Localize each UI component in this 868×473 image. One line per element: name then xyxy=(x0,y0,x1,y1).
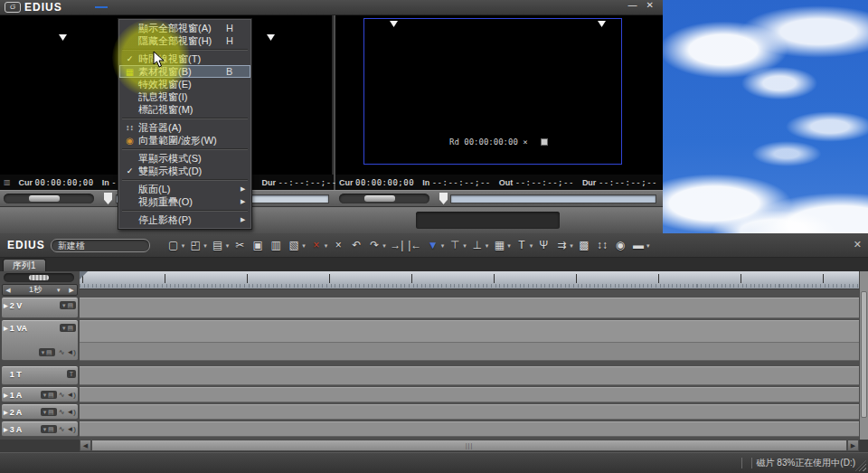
play-button[interactable] xyxy=(472,213,486,228)
more-chevron-icon[interactable] xyxy=(624,212,638,227)
dropdown-caret-icon[interactable]: ▾ xyxy=(325,239,328,253)
dropdown-caret-icon[interactable] xyxy=(38,212,52,227)
timeline-zoom-slider[interactable] xyxy=(4,273,74,282)
stop-button[interactable] xyxy=(420,213,435,228)
speaker-icon[interactable]: ◄) xyxy=(66,391,76,399)
dropdown-caret-icon[interactable]: ▾ xyxy=(203,239,207,253)
more-chevron-icon[interactable] xyxy=(4,212,18,227)
track-2V[interactable] xyxy=(80,298,859,318)
title-track-icon[interactable]: T xyxy=(67,370,76,378)
audio-mixer-icon[interactable]: ↕↕ ▾ xyxy=(595,237,609,253)
track-1A[interactable] xyxy=(80,387,859,402)
ripple-mode-icon[interactable]: ⊤ ▾ xyxy=(448,237,467,253)
play-step-button[interactable] xyxy=(489,213,504,228)
toolbar-close-button[interactable]: ✕ xyxy=(854,239,862,251)
menu-item-hide-all-windows[interactable]: 隱藏全部視窗(H) H ▶ xyxy=(119,34,250,47)
menu-item-marker-window[interactable]: 標記視窗(M) ▶ xyxy=(119,103,250,116)
menu-marker[interactable] xyxy=(120,6,133,8)
scroll-left-icon[interactable]: ◀ xyxy=(80,440,91,451)
scale-caret-icon[interactable]: ▾ xyxy=(57,287,66,294)
scale-right-icon[interactable]: ▶ xyxy=(66,287,77,294)
undo-icon[interactable]: ↶ ▾ xyxy=(349,237,363,253)
toggles-icon[interactable]: ▾ ▤ xyxy=(39,348,55,356)
insert-to-timeline-icon[interactable]: →| ▾ xyxy=(390,237,404,253)
track-3A[interactable] xyxy=(80,421,859,437)
title-icon[interactable]: T ▾ xyxy=(514,237,533,253)
menu-item-effect-window[interactable]: 特效視窗(E) ▶ xyxy=(119,78,250,90)
timeline-scale-selector[interactable]: ◀ 1秒 ▾ ▶ xyxy=(2,284,78,296)
menu-item-bin-window[interactable]: ▦ 素材視窗(B) B ▶ xyxy=(119,65,250,78)
dropdown-caret-icon[interactable]: ▾ xyxy=(486,239,489,253)
menu-item-timeline-window[interactable]: ✓ 時間線視窗(T) ▶ xyxy=(119,52,250,65)
menu-item-show-all-windows[interactable]: 顯示全部視窗(A) H ▶ xyxy=(119,22,250,34)
vertical-scroll-thumb[interactable] xyxy=(861,291,867,418)
dropdown-caret-icon[interactable]: ▾ xyxy=(382,239,386,253)
more-chevron-icon[interactable] xyxy=(295,212,309,227)
overwrite-to-timeline-icon[interactable]: |← ▾ xyxy=(408,237,422,253)
fast-forward-button[interactable] xyxy=(506,213,521,228)
dropdown-caret-icon[interactable] xyxy=(378,212,392,227)
dropdown-caret-icon[interactable]: ▾ xyxy=(646,239,650,253)
dropdown-caret-icon[interactable]: ▾ xyxy=(570,239,573,253)
scroll-right-icon[interactable]: ▶ xyxy=(847,440,859,451)
toggles-icon[interactable]: ▾ ▤ xyxy=(41,425,57,433)
track-expand-icon[interactable]: ▶ xyxy=(4,426,8,432)
speaker-icon[interactable]: ◄) xyxy=(66,425,76,433)
track-2A[interactable] xyxy=(80,404,859,420)
timeline-ruler[interactable] xyxy=(80,271,859,289)
toggles-icon[interactable]: ▾ ▤ xyxy=(60,301,76,309)
vectorscope-icon[interactable]: ◉ ▾ xyxy=(613,237,627,253)
menu-settings[interactable] xyxy=(171,6,184,8)
export-icon[interactable]: ⇉ ▾ xyxy=(554,237,573,253)
dropdown-caret-icon[interactable] xyxy=(72,212,87,227)
delete-icon[interactable]: × ▾ xyxy=(309,237,328,253)
close-button[interactable]: ✕ xyxy=(646,0,654,10)
bin-window-icon[interactable]: ▩ ▾ xyxy=(577,237,591,253)
menu-file[interactable] xyxy=(70,6,82,8)
menu-clip[interactable] xyxy=(108,6,120,8)
project-name-field[interactable]: 新建檔 xyxy=(51,239,150,252)
menu-help[interactable] xyxy=(184,6,196,8)
goto-out-button[interactable] xyxy=(607,212,621,227)
menu-item-dual-mode[interactable]: ✓ 雙顯示模式(D) ▶ xyxy=(119,165,250,177)
delete-inout-icon[interactable]: × ▾ xyxy=(331,237,345,253)
menu-item-audio-mixer[interactable]: ↕↕ 混音器(A) ▶ xyxy=(119,121,250,134)
stop-button[interactable] xyxy=(92,212,107,227)
goto-in-button[interactable] xyxy=(590,212,604,227)
resize-grip[interactable] xyxy=(855,460,866,471)
menu-item-video-overlay[interactable]: 視頻重疊(O) ▶ xyxy=(119,195,250,208)
menu-capture[interactable] xyxy=(146,6,158,8)
dropdown-caret-icon[interactable]: ▾ xyxy=(507,239,511,253)
horizontal-scroll-thumb[interactable]: ||| xyxy=(91,440,847,451)
more-chevron-icon[interactable] xyxy=(344,212,358,227)
speaker-icon[interactable]: ◄) xyxy=(66,348,76,356)
sequence-tab[interactable]: 序列1 xyxy=(3,259,46,271)
track-1VA[interactable] xyxy=(80,320,859,361)
menu-item-pause-field[interactable]: 停止影格(P) ▶ xyxy=(119,213,250,226)
menu-item-layout[interactable]: 版面(L) ▶ xyxy=(119,183,250,195)
menu-item-single-mode[interactable]: 單顯示模式(S) ▶ xyxy=(119,152,250,165)
track-3A[interactable]: ▶ 3 A ▾ ▤ ∿ ◄) ▾ ▤ ∿ ◄) xyxy=(2,421,78,437)
toggles-icon[interactable]: ▾ ▤ xyxy=(41,408,57,416)
track-1T[interactable] xyxy=(80,366,859,385)
paste-icon[interactable]: ▥ ▾ xyxy=(269,237,283,253)
trim-out-button[interactable] xyxy=(278,212,292,227)
recorder-playhead-marker[interactable] xyxy=(439,193,448,204)
dropdown-caret-icon[interactable] xyxy=(541,213,555,228)
menu-item-vectorscope[interactable]: ◉ 向量範圍/波形(W) ▶ xyxy=(119,134,250,147)
set-out-point-button[interactable] xyxy=(55,212,70,227)
open-project-icon[interactable]: ◰ ▾ xyxy=(188,237,207,253)
new-sequence-icon[interactable]: ▢ ▾ xyxy=(166,237,185,253)
menu-mode[interactable] xyxy=(133,6,146,8)
toggles-icon[interactable]: ▾ ▤ xyxy=(41,391,57,399)
prev-frame-button[interactable] xyxy=(455,213,469,228)
voiceover-mic-icon[interactable]: Ψ ▾ xyxy=(536,237,551,253)
menu-item-info-window[interactable]: 訊息視窗(I) ▶ xyxy=(119,90,250,103)
loop-button[interactable] xyxy=(524,213,538,228)
track-1A[interactable]: ▶ 1 A ▾ ▤ ∿ ◄) ▾ ▤ ∿ ◄) xyxy=(2,387,78,402)
menu-view[interactable] xyxy=(95,6,108,8)
trim-mode-icon[interactable]: ⊥ ▾ xyxy=(470,237,489,253)
copy-icon[interactable]: ▣ ▾ xyxy=(250,237,265,253)
dropdown-caret-icon[interactable]: ▾ xyxy=(302,239,306,253)
dropdown-caret-icon[interactable]: ▾ xyxy=(441,239,445,253)
